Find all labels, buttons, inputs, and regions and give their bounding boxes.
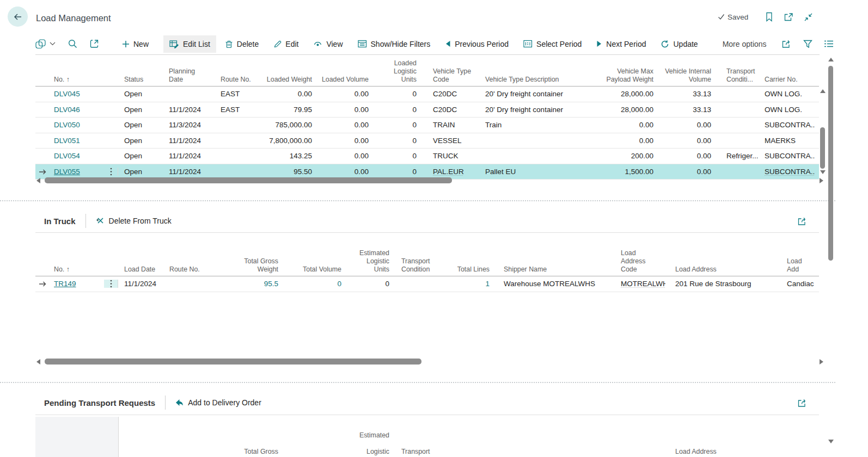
col-estimated-partial[interactable]: Estimated [346, 431, 394, 440]
col-transport-partial[interactable]: Transport [394, 448, 448, 457]
total-lines-cell[interactable]: 1 [448, 280, 494, 288]
truck-no-link[interactable]: TR149 [50, 280, 104, 288]
next-period-button[interactable]: Next Period [596, 40, 646, 48]
col-estimated-logistic-units[interactable]: Estimated Logistic Units [346, 249, 394, 274]
col-transport-condition[interactable]: Transport Condition [394, 257, 448, 274]
col-status[interactable]: Status [118, 76, 164, 84]
col-total-lines[interactable]: Total Lines [448, 265, 494, 274]
search-icon[interactable] [68, 39, 77, 48]
col-logistic-partial[interactable]: Logistic [346, 448, 394, 457]
col-load-date[interactable]: Load Date [118, 265, 164, 274]
col-total-volume[interactable]: Total Volume [283, 265, 346, 274]
loads-scroll-right[interactable] [820, 178, 823, 183]
loaded-weight-cell: 7,800,000.00 [255, 137, 316, 145]
bookmark-icon[interactable] [765, 12, 773, 22]
col-shipper-name[interactable]: Shipper Name [494, 265, 611, 274]
table-row[interactable]: DLV050 Open 11/3/2024 785,000.00 0.00 0 … [35, 118, 819, 133]
carrier-no-cell[interactable]: SUBCONTRA.. [758, 168, 819, 176]
col-vehicle-internal-volume[interactable]: Vehicle Internal Volume [658, 67, 716, 84]
filter-icon[interactable] [803, 40, 812, 48]
in-truck-scroll-left[interactable] [36, 359, 40, 365]
col-vehicle-max-payload-weight[interactable]: Vehicle Max Payload Weight [582, 67, 658, 84]
new-button[interactable]: New [122, 40, 149, 48]
table-row[interactable]: DLV045 Open EAST 0.00 0.00 0 C20DC 20' D… [35, 87, 819, 102]
share-icon[interactable] [781, 39, 792, 48]
total-volume-cell[interactable]: 0 [283, 280, 346, 288]
share-icon[interactable] [797, 398, 808, 407]
edit-list-button[interactable]: Edit List [163, 35, 216, 53]
page-scroll-down[interactable] [828, 440, 834, 443]
col-load-address-partial[interactable]: Load Address [665, 448, 777, 457]
save-status: Saved [718, 13, 748, 21]
list-view-icon[interactable] [824, 40, 834, 48]
table-row[interactable]: DLV054 Open 11/1/2024 143.25 0.00 0 TRUC… [35, 149, 819, 164]
page-vertical-scrollbar-thumb[interactable] [828, 66, 833, 261]
load-address-code-cell[interactable]: MOTREALWHS [611, 280, 665, 288]
current-row-arrow-icon [35, 169, 50, 175]
load-no-link[interactable]: DLV054 [50, 152, 104, 160]
focus-mode-icon[interactable] [90, 39, 100, 48]
load-no-link[interactable]: DLV055 [50, 168, 104, 176]
in-truck-title: In Truck [44, 217, 76, 226]
vehicle-max-payload-cell: 28,000.00 [582, 106, 658, 114]
load-no-link[interactable]: DLV051 [50, 137, 104, 145]
planning-date-cell: 11/1/2024 [164, 137, 215, 145]
row-menu-icon[interactable] [104, 168, 118, 176]
previous-period-button[interactable]: Previous Period [445, 40, 509, 48]
back-button[interactable] [8, 7, 28, 27]
col-route-no[interactable]: Route No. [215, 76, 255, 84]
col-load-address-2[interactable]: Load Add [777, 257, 819, 274]
load-no-link[interactable]: DLV050 [50, 121, 104, 129]
load-no-link[interactable]: DLV045 [50, 90, 104, 98]
add-to-delivery-order-button[interactable]: Add to Delivery Order [175, 398, 261, 407]
view-button[interactable]: View [313, 40, 343, 48]
in-truck-horizontal-scrollbar-thumb[interactable] [45, 359, 421, 365]
delete-from-truck-button[interactable]: Delete From Truck [96, 217, 172, 225]
dynamics-app-icon[interactable] [35, 39, 56, 49]
col-total-gross-weight[interactable]: Total Gross Weight [214, 257, 283, 274]
col-no[interactable]: No. ↑ [50, 265, 104, 274]
show-hide-filters-button[interactable]: Show/Hide Filters [358, 40, 431, 48]
loads-horizontal-scrollbar-thumb[interactable] [45, 177, 452, 183]
table-row[interactable]: DLV051 Open 11/1/2024 7,800,000.00 0.00 … [35, 133, 819, 149]
collapse-window-icon[interactable] [804, 13, 813, 22]
row-menu-icon[interactable] [104, 280, 118, 288]
col-load-address-code[interactable]: Load Address Code [611, 249, 665, 274]
more-options-button[interactable]: More options [723, 40, 767, 48]
col-planning-date[interactable]: Planning Date [164, 67, 215, 84]
share-icon[interactable] [797, 217, 808, 226]
loads-table: No. ↑ Status Planning Date Route No. Loa… [35, 58, 819, 180]
load-no-link[interactable]: DLV046 [50, 106, 104, 114]
select-period-button[interactable]: Select Period [523, 40, 582, 48]
total-gross-weight-cell[interactable]: 95.5 [214, 280, 283, 288]
col-total-gross-partial[interactable]: Total Gross [214, 448, 283, 457]
loads-scroll-up[interactable] [820, 89, 826, 93]
col-transport-condition[interactable]: Transport Conditi... [716, 67, 758, 84]
edit-button[interactable]: Edit [273, 40, 298, 48]
col-loaded-weight[interactable]: Loaded Weight [255, 76, 316, 84]
col-vehicle-type-description[interactable]: Vehicle Type Description [481, 76, 582, 84]
status-cell: Open [118, 137, 164, 145]
col-no[interactable]: No. ↑ [50, 76, 104, 84]
edit-list-icon [169, 40, 179, 48]
table-row[interactable]: DLV046 Open 11/1/2024 EAST 79.95 0.00 0 … [35, 102, 819, 118]
col-vehicle-type-code[interactable]: Vehicle Type Code [421, 67, 481, 84]
loads-scroll-left[interactable] [36, 178, 40, 183]
delete-button[interactable]: Delete [225, 40, 259, 48]
update-button[interactable]: Update [661, 40, 698, 48]
table-row-selected[interactable]: TR149 11/1/2024 95.5 0 0 1 Warehouse MOT… [35, 276, 819, 292]
col-route-no[interactable]: Route No. [164, 265, 214, 274]
open-in-new-window-icon[interactable] [784, 13, 793, 22]
loads-vertical-scrollbar-thumb[interactable] [820, 127, 825, 169]
col-load-address[interactable]: Load Address [665, 265, 777, 274]
loads-scroll-down[interactable] [820, 170, 826, 174]
loaded-logistic-units-cell: 0 [373, 152, 421, 160]
vehicle-type-code-cell[interactable]: PAL.EUR [421, 168, 481, 176]
col-loaded-volume[interactable]: Loaded Volume [316, 76, 373, 84]
col-loaded-logistic-units[interactable]: Loaded Logistic Units [373, 59, 421, 84]
in-truck-table-header: No. ↑ Load Date Route No. Total Gross We… [35, 235, 819, 276]
col-carrier-no[interactable]: Carrier No. [758, 76, 819, 84]
in-truck-scroll-right[interactable] [820, 359, 823, 365]
vehicle-type-description-cell: 20' Dry freight container [481, 90, 582, 98]
page-scroll-up[interactable] [828, 58, 834, 61]
